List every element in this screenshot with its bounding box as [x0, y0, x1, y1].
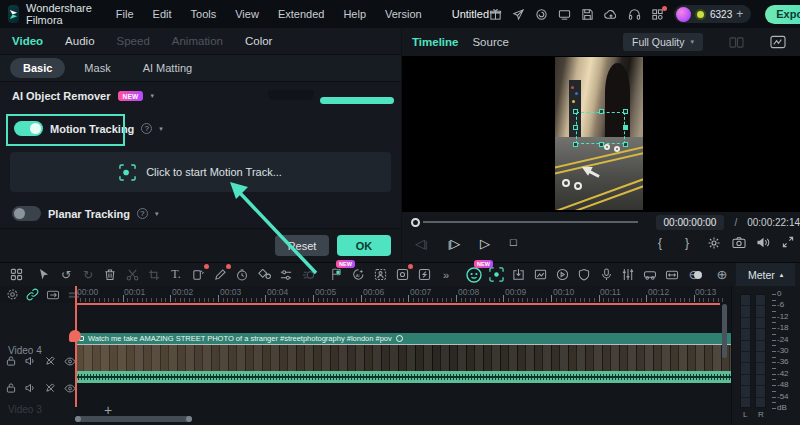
avatar[interactable]: [676, 7, 691, 22]
export-clip-icon[interactable]: [510, 266, 526, 283]
menu-extended[interactable]: Extended: [278, 8, 324, 20]
text-tool-icon[interactable]: T.: [168, 266, 184, 283]
headset-icon[interactable]: [628, 8, 641, 21]
menu-file[interactable]: File: [116, 8, 134, 20]
media-panel-icon[interactable]: [8, 266, 24, 283]
scopes-icon[interactable]: [770, 35, 786, 49]
chevron-down-icon[interactable]: ▾: [159, 125, 163, 133]
mark-out-button[interactable]: }: [685, 236, 689, 250]
screen-record-icon[interactable]: [535, 8, 548, 21]
timeline-settings-gear-icon[interactable]: [6, 288, 19, 301]
help-icon[interactable]: ?: [141, 123, 152, 134]
time-ruler[interactable]: 00:00 00:01 00:02 00:03 00:04 00:05 00:0…: [75, 286, 723, 303]
volume-icon[interactable]: [756, 236, 771, 249]
speaker-icon[interactable]: [25, 356, 36, 366]
stop-button[interactable]: □: [510, 236, 517, 248]
select-tool-icon[interactable]: [36, 266, 52, 283]
chevron-down-icon[interactable]: ▾: [155, 210, 159, 218]
horizontal-scrollbar[interactable]: [75, 416, 192, 422]
ok-button[interactable]: OK: [337, 235, 391, 256]
share-icon[interactable]: [512, 8, 525, 21]
scroll-remnant: [268, 90, 314, 100]
auto-ripple-icon[interactable]: [664, 266, 680, 283]
panel-footer: Reset OK: [0, 228, 401, 262]
instant-mode-icon[interactable]: [416, 266, 432, 283]
keyframe-mute-icon[interactable]: [45, 356, 55, 366]
account-credits[interactable]: 6323 +: [674, 5, 751, 23]
menu-tools[interactable]: Tools: [191, 8, 217, 20]
snapshot-camera-icon[interactable]: [732, 236, 746, 249]
menu-edit[interactable]: Edit: [153, 8, 172, 20]
subtab-ai-matting[interactable]: AI Matting: [130, 58, 206, 78]
auto-ripple-toggle-icon[interactable]: [46, 289, 60, 301]
ai-copilot-icon[interactable]: + NEW: [466, 266, 482, 283]
undo-icon[interactable]: ↺: [58, 266, 74, 283]
tab-color[interactable]: Color: [245, 35, 272, 47]
smart-cutout-icon[interactable]: [372, 266, 388, 283]
safe-area-shield-icon[interactable]: [576, 266, 592, 283]
auto-beat-icon[interactable]: [554, 266, 570, 283]
clip-marker[interactable]: [69, 330, 81, 342]
tab-video[interactable]: Video: [12, 35, 43, 47]
start-motion-track-button[interactable]: Click to start Motion Track...: [10, 152, 391, 192]
thumbnail-icon[interactable]: [532, 266, 548, 283]
menu-version[interactable]: Version: [385, 8, 422, 20]
tab-audio[interactable]: Audio: [65, 35, 94, 47]
ai-object-remover-row[interactable]: AI Object Remover NEW ▾: [12, 90, 154, 102]
screen-icon[interactable]: [558, 8, 571, 21]
quality-selector[interactable]: Full Quality▾: [623, 33, 703, 51]
adjust-sliders-icon[interactable]: [278, 266, 294, 283]
draw-pen-icon[interactable]: [212, 266, 228, 283]
timeline-zoom-in-icon[interactable]: ⊕: [714, 266, 730, 283]
add-credits-button[interactable]: +: [736, 7, 743, 21]
planar-tracking-toggle[interactable]: [12, 206, 41, 221]
chevron-down-icon[interactable]: ▾: [151, 92, 155, 100]
fullscreen-icon[interactable]: [782, 236, 794, 248]
tab-timeline[interactable]: Timeline: [412, 36, 458, 48]
playback-settings-icon[interactable]: [707, 236, 721, 250]
subtab-mask[interactable]: Mask: [71, 58, 123, 78]
multi-view-icon[interactable]: [729, 36, 744, 49]
reset-button[interactable]: Reset: [275, 235, 329, 256]
lock-icon[interactable]: [6, 356, 16, 366]
track-headers: Video 4: [0, 303, 75, 425]
seek-handle[interactable]: [411, 218, 420, 227]
speed-clock-icon[interactable]: [234, 266, 250, 283]
lock-icon[interactable]: [6, 383, 16, 393]
render-preview-icon[interactable]: [642, 266, 658, 283]
motion-tracking-active-icon[interactable]: [488, 266, 504, 283]
export-button[interactable]: Export▾: [765, 5, 800, 24]
vertical-scrollbar[interactable]: [722, 304, 727, 358]
motion-tracker-tool-icon[interactable]: NEW: [328, 266, 344, 283]
audio-meter-panel: 0-6 -12-18 -24-30 -36-42 -48-54 dB L R: [731, 286, 800, 425]
tracking-selection-box[interactable]: [576, 112, 625, 144]
voiceover-icon[interactable]: [190, 266, 206, 283]
video-clip[interactable]: Watch me take AMAZING STREET PHOTO of a …: [75, 333, 731, 383]
speaker-icon[interactable]: [25, 383, 36, 393]
meter-toggle-button[interactable]: Meter▴: [736, 263, 795, 287]
playhead[interactable]: [75, 286, 77, 407]
mark-in-button[interactable]: {: [658, 236, 662, 250]
microphone-icon[interactable]: [598, 266, 614, 283]
help-icon[interactable]: ?: [137, 208, 148, 219]
more-tools-icon[interactable]: »: [438, 266, 454, 283]
ai-effects-icon[interactable]: AI: [350, 266, 366, 283]
menu-help[interactable]: Help: [343, 8, 366, 20]
apps-grid-icon[interactable]: [651, 8, 664, 21]
keyframe-mute-icon[interactable]: [45, 383, 55, 393]
audio-mixer-icon[interactable]: [620, 266, 636, 283]
delete-icon[interactable]: [102, 266, 118, 283]
previous-frame-button[interactable]: ◁|: [415, 236, 427, 251]
cloud-upload-icon[interactable]: [604, 8, 618, 21]
ai-removal-icon[interactable]: [394, 266, 410, 283]
gift-icon[interactable]: [489, 8, 502, 21]
save-icon[interactable]: [581, 8, 594, 21]
next-frame-button[interactable]: |▷: [448, 236, 460, 251]
tab-source[interactable]: Source: [472, 36, 508, 48]
menu-view[interactable]: View: [235, 8, 259, 20]
seek-track[interactable]: [423, 221, 638, 223]
link-clips-icon[interactable]: [26, 288, 39, 301]
subtab-basic[interactable]: Basic: [10, 58, 65, 78]
keyframe-icon[interactable]: [256, 266, 272, 283]
play-button[interactable]: ▷: [480, 236, 490, 251]
